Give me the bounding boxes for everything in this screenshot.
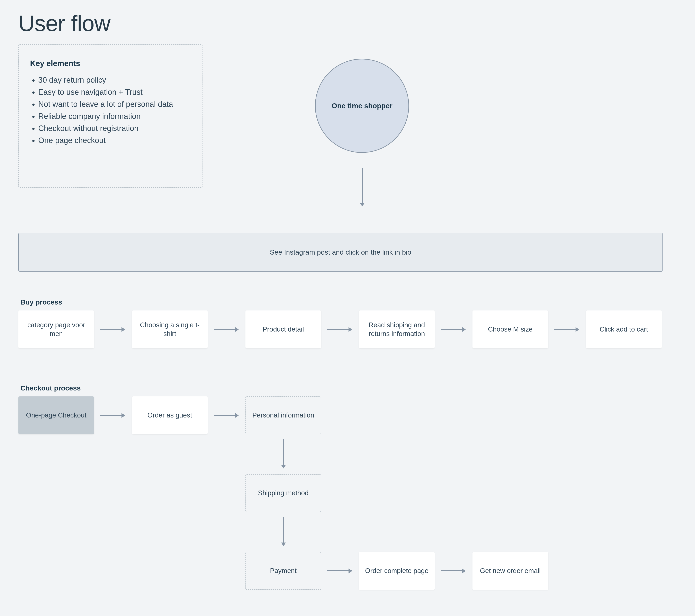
key-item: Easy to use navigation + Trust	[38, 86, 191, 98]
key-item: Reliable company information	[38, 110, 191, 122]
checkout-step-order-as-guest: Order as guest	[132, 396, 208, 434]
buy-step-category-page: category page voor men	[18, 311, 94, 348]
key-elements-heading: Key elements	[30, 59, 191, 68]
checkout-step-shipping-method: Shipping method	[245, 474, 321, 512]
entry-step-label: See Instagram post and click on the link…	[270, 248, 411, 256]
checkout-step-label: Get new order email	[480, 566, 541, 575]
buy-step-label: Choosing a single t-shirt	[136, 321, 204, 338]
start-node-label: One time shopper	[332, 102, 392, 110]
key-elements-list: 30 day return policy Easy to use navigat…	[30, 74, 191, 147]
key-item: Not want to leave a lot of personal data	[38, 98, 191, 110]
arrow-checkout-down-2	[283, 517, 284, 546]
buy-step-read-shipping: Read shipping and returns information	[359, 311, 435, 348]
key-elements-panel: Key elements 30 day return policy Easy t…	[18, 45, 203, 188]
checkout-step-label: One-page Checkout	[26, 411, 86, 420]
buy-step-label: Product detail	[262, 325, 304, 334]
flow-canvas: Key elements 30 day return policy Easy t…	[18, 45, 677, 616]
key-item: 30 day return policy	[38, 74, 191, 86]
buy-step-label: Read shipping and returns information	[363, 321, 430, 338]
buy-step-product-detail: Product detail	[245, 311, 321, 348]
buy-step-label: Click add to cart	[600, 325, 648, 334]
arrow-checkout-down-1	[283, 439, 284, 468]
checkout-step-personal-info: Personal information	[245, 396, 321, 434]
arrow-checkout-1	[100, 415, 125, 416]
checkout-step-order-email: Get new order email	[473, 552, 548, 590]
checkout-step-label: Order as guest	[148, 411, 192, 420]
key-item: One page checkout	[38, 134, 191, 147]
checkout-process-heading: Checkout process	[20, 384, 81, 392]
checkout-step-payment: Payment	[245, 552, 321, 590]
arrow-checkout-2	[214, 415, 238, 416]
checkout-step-label: Order complete page	[365, 566, 428, 575]
key-item: Checkout without registration	[38, 122, 191, 134]
checkout-step-one-page: One-page Checkout	[18, 396, 94, 434]
arrow-buy-3	[327, 329, 352, 330]
arrow-buy-5	[554, 329, 579, 330]
checkout-step-label: Personal information	[252, 411, 315, 420]
checkout-step-label: Payment	[270, 566, 296, 575]
buy-step-choose-tshirt: Choosing a single t-shirt	[132, 311, 208, 348]
buy-step-label: category page voor men	[22, 321, 90, 338]
start-node-one-time-shopper: One time shopper	[315, 59, 409, 153]
arrow-buy-4	[441, 329, 465, 330]
page-title: User flow	[18, 10, 677, 36]
arrow-checkout-4	[441, 570, 465, 571]
buy-step-label: Choose M size	[488, 325, 532, 334]
buy-process-heading: Buy process	[20, 298, 62, 306]
buy-step-add-to-cart: Click add to cart	[586, 311, 662, 348]
entry-step-bar: See Instagram post and click on the link…	[18, 233, 663, 271]
arrow-buy-1	[100, 329, 125, 330]
checkout-step-order-complete: Order complete page	[359, 552, 435, 590]
arrow-buy-2	[214, 329, 238, 330]
arrow-checkout-3	[327, 570, 352, 571]
arrow-start-to-entry	[362, 168, 363, 206]
checkout-step-label: Shipping method	[258, 489, 309, 498]
buy-step-choose-size: Choose M size	[473, 311, 548, 348]
